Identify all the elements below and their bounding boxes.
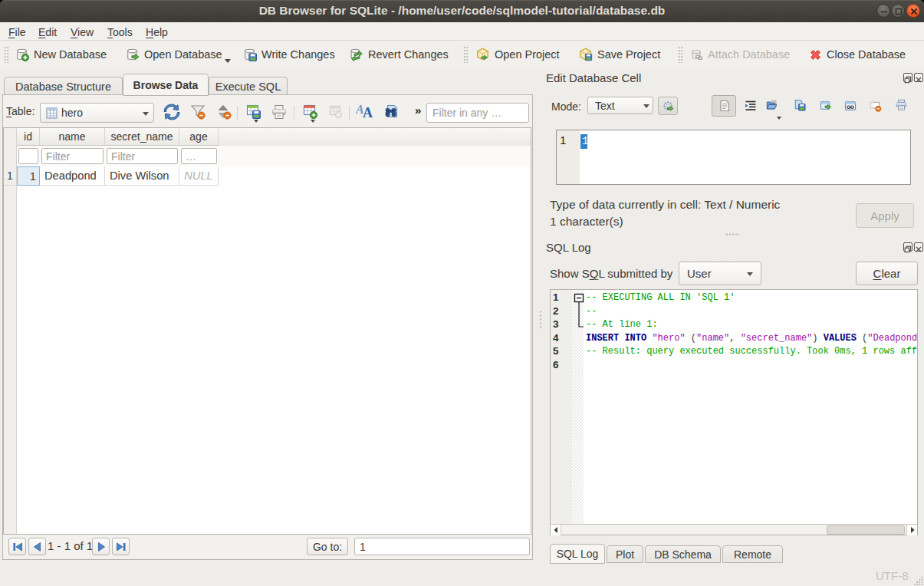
svg-text:A: A	[363, 105, 373, 120]
